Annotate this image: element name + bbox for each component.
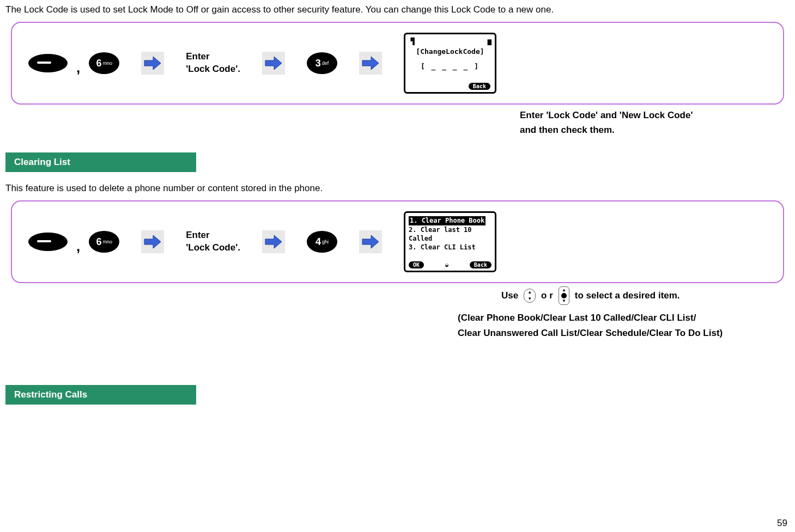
arrow-right-icon bbox=[359, 230, 382, 253]
keypad-4-digit: 4 bbox=[315, 236, 321, 248]
phone-screen-change-lock-code: ▝▌ ▆ [ChangeLockCode] [ _ _ _ _ ] Back bbox=[404, 33, 496, 94]
step-action-enter-lock-code: Enter 'Lock Code'. bbox=[186, 51, 240, 76]
keypad-6-letters: mno bbox=[102, 61, 112, 66]
clearing-list-intro: This feature is used to delete a phone n… bbox=[5, 183, 790, 194]
steps-panel-change-lock-code: , 6 mno Enter 'Lock Code'. 3 def ▝▌ ▆ [C… bbox=[11, 22, 784, 105]
nav-instruction-row: Use ▲▼ o r ▲▼ to select a desired item. bbox=[501, 286, 790, 305]
below2-line2: Clear Unanswered Call List/Clear Schedul… bbox=[458, 326, 790, 340]
keypad-6-letters: mno bbox=[102, 240, 112, 244]
keypad-4-letters: ghi bbox=[322, 240, 329, 244]
keypad-6-icon: 6 mno bbox=[89, 231, 119, 253]
keypad-3-icon: 3 def bbox=[307, 52, 337, 74]
arrow-right-icon bbox=[359, 52, 382, 75]
softkey-back: Back bbox=[469, 83, 490, 90]
keypad-3-digit: 3 bbox=[315, 58, 321, 69]
action-line-1: Enter bbox=[186, 51, 240, 63]
battery-icon: ▆ bbox=[488, 38, 491, 45]
nav-or-label: o r bbox=[541, 290, 553, 301]
screen-list-item-3: 3. Clear CLI List bbox=[409, 243, 491, 252]
step-keys-1: , 6 mno bbox=[28, 52, 119, 74]
phone-screen-clearing-list: 1. Clear Phone Book 2. Clear last 10 Cal… bbox=[404, 211, 496, 272]
arrow-right-icon bbox=[141, 230, 164, 253]
screen-entry-field: [ _ _ _ _ ] bbox=[409, 62, 491, 70]
nav-indicator-icon: ◒ bbox=[445, 262, 448, 268]
below2-line1: (Clear Phone Book/Clear Last 10 Called/C… bbox=[458, 310, 790, 325]
screen-list-item-1: 1. Clear Phone Book bbox=[409, 216, 486, 225]
action-line-2: 'Lock Code'. bbox=[186, 63, 240, 76]
signal-icon: ▝▌ bbox=[409, 38, 416, 45]
keypad-3-letters: def bbox=[322, 61, 329, 66]
softkey-ok: OK bbox=[409, 261, 424, 268]
arrow-right-icon bbox=[262, 52, 285, 75]
menu-key-icon bbox=[28, 233, 68, 251]
step-keys-1: , 6 mno bbox=[28, 231, 119, 253]
keypad-6-digit: 6 bbox=[96, 58, 101, 69]
nav-tail-label: to select a desired item. bbox=[575, 290, 680, 301]
step-action-enter-lock-code: Enter 'Lock Code'. bbox=[186, 229, 240, 254]
keypad-6-digit: 6 bbox=[96, 236, 101, 248]
screen-title: [ChangeLockCode] bbox=[409, 47, 491, 56]
keypad-6-icon: 6 mno bbox=[89, 52, 119, 74]
section-heading-clearing-list: Clearing List bbox=[5, 152, 196, 172]
intro-text: The Lock Code is used to set Lock Mode t… bbox=[5, 4, 790, 15]
nav-side-key-icon: ▲▼ bbox=[559, 286, 569, 305]
below1-line1: Enter 'Lock Code' and 'New Lock Code' bbox=[520, 108, 790, 123]
comma-separator: , bbox=[76, 59, 80, 76]
softkey-back: Back bbox=[470, 261, 491, 268]
action-line-2: 'Lock Code'. bbox=[186, 242, 240, 254]
steps-panel-clearing-list: , 6 mno Enter 'Lock Code'. 4 ghi 1. Clea… bbox=[11, 200, 784, 283]
below1-line2: and then check them. bbox=[520, 123, 790, 137]
action-line-1: Enter bbox=[186, 229, 240, 242]
arrow-right-icon bbox=[141, 52, 164, 75]
arrow-right-icon bbox=[262, 230, 285, 253]
keypad-4-icon: 4 ghi bbox=[307, 231, 337, 253]
menu-key-icon bbox=[28, 54, 68, 72]
comma-separator: , bbox=[76, 238, 80, 255]
nav-updown-key-icon: ▲▼ bbox=[524, 289, 536, 303]
instruction-below-panel-2: (Clear Phone Book/Clear Last 10 Called/C… bbox=[458, 310, 790, 340]
nav-use-label: Use bbox=[501, 290, 518, 301]
screen-list-item-2: 2. Clear last 10 Called bbox=[409, 225, 491, 243]
section-heading-restricting-calls: Restricting Calls bbox=[5, 385, 196, 405]
instruction-below-panel-1: Enter 'Lock Code' and 'New Lock Code' an… bbox=[520, 108, 790, 137]
